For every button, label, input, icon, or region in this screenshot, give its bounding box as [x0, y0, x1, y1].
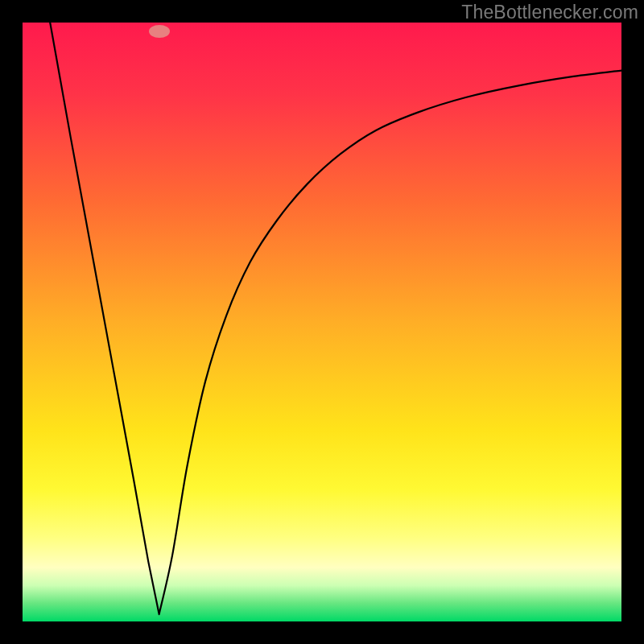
chart-frame: TheBottlenecker.com: [0, 0, 644, 644]
plot-area: [23, 23, 621, 621]
bottleneck-curve: [23, 23, 621, 621]
watermark-text: TheBottlenecker.com: [461, 2, 638, 23]
